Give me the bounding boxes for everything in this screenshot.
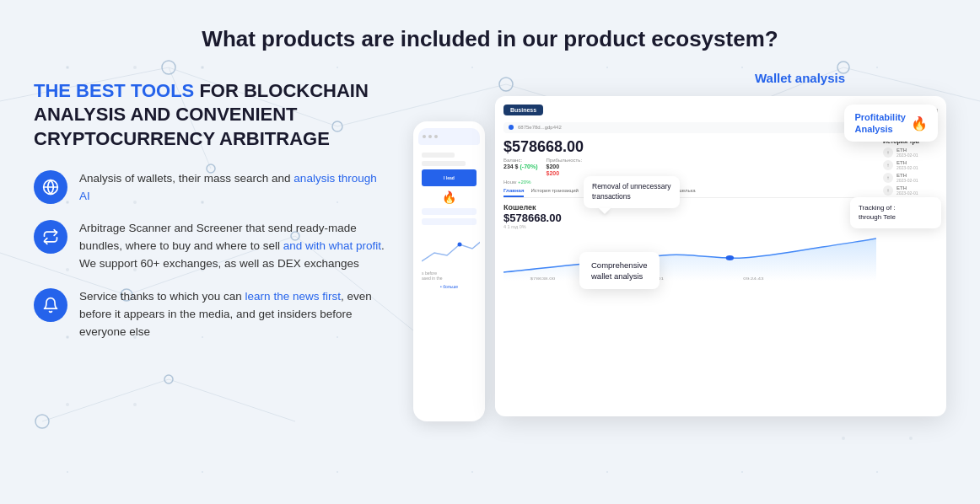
phone-fire-icon: 🔥 — [422, 190, 477, 204]
mini-chart: $78638.00 2022-07-01 09:24:43 — [503, 234, 876, 281]
dashboard-badge: Business — [503, 105, 543, 115]
wallet-analysis-label: Wallet analysis — [755, 71, 845, 85]
stat-balance-label: Баланс: — [503, 158, 537, 163]
phone-block-2 — [422, 218, 477, 225]
dashboard-left: $578668.00 Баланс: 234 $ (-70%) Прибыльн… — [503, 138, 876, 281]
feature-text-arbitrage: Arbitrage Scanner and Screener that send… — [79, 220, 388, 273]
dashboard-mockup: Business Eng 6875e78d...gdp442 ⭐ 🔔 ⋯ $57… — [495, 96, 946, 416]
svg-point-50 — [458, 242, 462, 246]
tooltip-tracking: Tracking of :through Tele — [850, 197, 941, 228]
tooltip-removal-arrow — [599, 208, 611, 214]
phone-dot-3 — [434, 135, 438, 138]
stat-profitability-value: $200 — [546, 164, 582, 169]
tooltip-wallet-text: Comprehensivewallet analysis — [591, 260, 648, 281]
history-text-4: ETH 2023-02-01 — [897, 185, 918, 196]
feature-text-wallets: Analysis of wallets, their mass search a… — [79, 170, 388, 206]
stat-profitability: Прибыльность: $200 $200 — [546, 158, 582, 176]
tooltip-profitability: ProfitabilityAnalysis 🔥 — [844, 105, 938, 142]
svg-text:$78638.00: $78638.00 — [530, 276, 556, 281]
feature-icon-wallets — [34, 170, 67, 204]
feature-list: Analysis of wallets, their mass search a… — [34, 170, 388, 341]
history-text-1: ETH 2023-02-01 — [897, 147, 918, 158]
wallet-dot — [509, 125, 514, 130]
dashboard-stats-row: Баланс: 234 $ (-70%) Прибыльность: $200 … — [503, 158, 876, 176]
feature-icon-arbitrage — [34, 220, 67, 254]
phone-dot-2 — [428, 135, 432, 138]
wallet-date: 4 1 год 0% — [503, 224, 562, 229]
phone-topbar — [418, 128, 480, 145]
dashboard-wallet-row: Кошелек $578668.00 4 1 год 0% — [503, 203, 876, 229]
hero-title: THE BEST TOOLS FOR BLOCKCHAIN ANALYSIS A… — [34, 79, 388, 152]
wallet-address: 6875e78d...gdp442 — [518, 125, 562, 130]
hero-title-highlight: THE BEST TOOLS — [34, 80, 194, 101]
wallet-display-amount: $578668.00 — [503, 212, 562, 224]
history-icon-3: ↑ — [883, 173, 893, 183]
phone-mockup: I lead 🔥 s before ased in the • больше — [413, 121, 485, 421]
feature-text-news: Service thanks to which you can learn th… — [79, 288, 388, 341]
svg-text:09:24:43: 09:24:43 — [743, 276, 764, 281]
feature-item-arbitrage: Arbitrage Scanner and Screener that send… — [34, 220, 388, 273]
phone-chart — [422, 232, 480, 265]
feature-item-wallets: Analysis of wallets, their mass search a… — [34, 170, 388, 206]
tooltip-profitability-text: ProfitabilityAnalysis — [854, 111, 906, 136]
dashboard-amount: $578668.00 — [503, 138, 876, 156]
history-item-3: ↑ ETH 2023-02-01 — [883, 173, 938, 183]
wallet-label: Кошелек — [503, 203, 562, 212]
nav-tab-history[interactable]: История транзакций — [530, 188, 579, 197]
stat-profitability-sub: $200 — [546, 170, 582, 176]
phone-line-2 — [422, 161, 466, 166]
phone-bottom-after: ased in the — [422, 276, 477, 281]
history-text-3: ETH 2023-02-01 — [897, 173, 918, 183]
wallet-info: Кошелек $578668.00 4 1 год 0% — [503, 203, 562, 229]
tooltip-removal-text: Removal of unnecessarytransactions — [592, 182, 671, 201]
nav-tab-main[interactable]: Главная — [503, 188, 524, 197]
stat-balance: Баланс: 234 $ (-70%) — [503, 158, 537, 176]
phone-more-link[interactable]: • больше — [422, 284, 477, 289]
dashboard-nav: Главная История транзакций Анализ кошель… — [503, 188, 876, 198]
dashboard-substat: Ноuw +20% — [503, 180, 876, 185]
tooltip-tracking-text: Tracking of :through Tele — [859, 204, 896, 222]
phone-block-1 — [422, 208, 477, 215]
feature-item-news: Service thanks to which you can learn th… — [34, 288, 388, 341]
page-title: What products are included in our produc… — [34, 25, 946, 54]
right-panel: Wallet analysis I lead — [413, 79, 946, 421]
history-item-1: ↑ ETH 2023-02-01 — [883, 147, 938, 158]
svg-point-54 — [726, 255, 734, 260]
stat-profitability-label: Прибыльность: — [546, 158, 582, 163]
tooltip-wallet: Comprehensivewallet analysis — [579, 252, 660, 290]
history-item-2: ↑ ETH 2023-02-01 — [883, 160, 938, 170]
phone-dot-1 — [423, 135, 426, 138]
history-icon-1: ↑ — [883, 147, 893, 158]
tooltip-profitability-icon: 🔥 — [911, 115, 928, 131]
history-icon-2: ↑ — [883, 160, 893, 170]
feature-icon-news — [34, 288, 67, 322]
phone-line-1 — [422, 153, 455, 158]
page-header: What products are included in our produc… — [34, 25, 946, 54]
history-item-4: ↑ ETH 2023-02-01 — [883, 185, 938, 196]
phone-screen: I lead 🔥 s before ased in the • больше — [418, 128, 480, 415]
history-icon-4: ↑ — [883, 185, 893, 196]
stat-balance-value: 234 $ (-70%) — [503, 164, 537, 169]
history-text-2: ETH 2023-02-01 — [897, 160, 918, 170]
history-list: ↑ ETH 2023-02-01 ↑ ETH 2023-02- — [883, 147, 938, 196]
tooltip-removal: Removal of unnecessarytransactions — [584, 176, 680, 208]
left-panel: THE BEST TOOLS FOR BLOCKCHAIN ANALYSIS A… — [34, 79, 388, 341]
phone-blue-box: I lead — [422, 169, 477, 186]
